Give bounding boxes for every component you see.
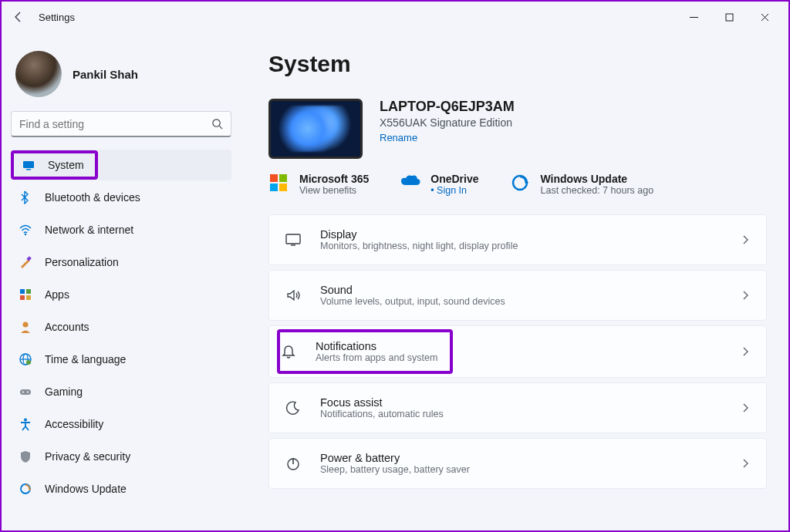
svg-rect-26 xyxy=(279,184,287,191)
card-subtitle: Alerts from apps and system xyxy=(316,352,437,363)
avatar xyxy=(15,51,62,97)
sidebar-item-label: Privacy & security xyxy=(45,450,130,463)
sidebar-item-system-highlight[interactable]: System xyxy=(11,150,98,180)
svg-point-19 xyxy=(27,392,29,393)
update-icon xyxy=(19,482,32,496)
sidebar-item-gaming[interactable]: Gaming xyxy=(11,376,231,407)
wifi-icon xyxy=(19,223,32,237)
sidebar-item-network-internet[interactable]: Network & internet xyxy=(11,214,231,245)
search-field[interactable] xyxy=(19,118,211,130)
user-account-row[interactable]: Pankil Shah xyxy=(8,39,235,103)
svg-rect-8 xyxy=(20,289,25,294)
card-title: Focus assist xyxy=(320,396,444,409)
m365-icon xyxy=(268,173,290,194)
tile-onedrive[interactable]: OneDrive Sign In xyxy=(400,173,478,196)
update-icon xyxy=(510,173,532,194)
sidebar-item-label: Personalization xyxy=(45,256,119,268)
sidebar-item-label: Network & internet xyxy=(45,224,133,236)
bell-icon xyxy=(280,343,297,360)
tile-subtitle: Last checked: 7 hours ago xyxy=(541,185,654,196)
onedrive-icon xyxy=(400,173,421,194)
chevron-right-icon xyxy=(740,402,751,413)
svg-rect-17 xyxy=(20,389,31,395)
settings-card-display[interactable]: Display Monitors, brightness, night ligh… xyxy=(268,214,767,265)
page-title: System xyxy=(268,51,767,77)
sidebar-item-label: Accessibility xyxy=(45,418,103,430)
svg-rect-9 xyxy=(26,289,31,294)
accessibility-icon xyxy=(19,417,32,431)
svg-point-12 xyxy=(23,322,29,328)
main-content: System LAPTOP-Q6EJP3AM X556UAK Signature… xyxy=(241,32,788,530)
tile-title: OneDrive xyxy=(430,173,478,185)
sidebar-item-bluetooth-devices[interactable]: Bluetooth & devices xyxy=(11,182,231,213)
card-title: Display xyxy=(320,228,518,241)
device-model: X556UAK Signature Edition xyxy=(380,116,515,129)
search-input[interactable] xyxy=(11,111,231,137)
system-icon xyxy=(22,158,35,172)
search-icon xyxy=(211,118,223,130)
nav-list: System Bluetooth & devices Network & int… xyxy=(8,148,235,506)
svg-point-20 xyxy=(24,419,27,422)
sidebar-item-accounts[interactable]: Accounts xyxy=(11,311,231,342)
minimize-button[interactable] xyxy=(676,5,711,29)
chevron-right-icon xyxy=(740,458,751,469)
sidebar-item-label: Time & language xyxy=(45,353,126,365)
rename-link[interactable]: Rename xyxy=(380,132,515,143)
close-button[interactable] xyxy=(747,5,782,29)
globe-icon xyxy=(19,352,32,366)
tile-subtitle[interactable]: Sign In xyxy=(430,185,478,196)
sidebar-item-label: Accounts xyxy=(45,321,89,333)
quick-tiles-row: Microsoft 365 View benefits OneDrive Sig… xyxy=(268,173,767,196)
sidebar-item-personalization[interactable]: Personalization xyxy=(11,247,231,278)
back-button[interactable] xyxy=(8,6,29,28)
sidebar-item-windows-update[interactable]: Windows Update xyxy=(11,473,231,504)
settings-card-power-battery[interactable]: Power & battery Sleep, battery usage, ba… xyxy=(268,438,767,489)
card-subtitle: Monitors, brightness, night light, displ… xyxy=(320,241,518,251)
card-title: Notifications xyxy=(316,340,437,352)
sidebar-item-privacy-security[interactable]: Privacy & security xyxy=(11,441,231,472)
tile-title: Windows Update xyxy=(541,173,654,185)
svg-line-3 xyxy=(219,126,222,129)
device-wallpaper-thumb[interactable] xyxy=(268,99,363,159)
chevron-right-icon xyxy=(740,290,751,301)
brush-icon xyxy=(19,255,32,269)
maximize-button[interactable] xyxy=(711,5,747,29)
card-subtitle: Volume levels, output, input, sound devi… xyxy=(320,296,505,307)
settings-card-sound[interactable]: Sound Volume levels, output, input, soun… xyxy=(268,270,767,321)
svg-rect-10 xyxy=(20,295,25,300)
sidebar-item-label: Gaming xyxy=(45,386,83,398)
svg-rect-23 xyxy=(270,174,278,182)
tile-microsoft-[interactable]: Microsoft 365 View benefits xyxy=(268,173,369,196)
window-title: Settings xyxy=(39,12,75,23)
window-controls xyxy=(676,5,782,29)
svg-marker-28 xyxy=(525,182,528,185)
settings-card-focus-assist[interactable]: Focus assist Notifications, automatic ru… xyxy=(268,382,767,433)
card-title: Sound xyxy=(320,284,505,296)
person-icon xyxy=(19,320,32,334)
titlebar: Settings xyxy=(2,2,788,32)
card-title: Power & battery xyxy=(320,452,470,464)
moon-icon xyxy=(285,399,302,416)
svg-rect-1 xyxy=(726,14,733,21)
display-icon xyxy=(285,231,302,248)
svg-rect-11 xyxy=(26,295,31,300)
sidebar-item-time-language[interactable]: Time & language xyxy=(11,344,231,375)
svg-rect-4 xyxy=(23,161,34,168)
svg-point-18 xyxy=(22,392,24,393)
svg-rect-24 xyxy=(279,174,287,182)
bluetooth-icon xyxy=(19,190,32,204)
sidebar-item-accessibility[interactable]: Accessibility xyxy=(11,409,231,439)
svg-rect-7 xyxy=(26,256,31,261)
sidebar-item-label: Apps xyxy=(45,288,69,301)
tile-windows-update[interactable]: Windows Update Last checked: 7 hours ago xyxy=(510,173,654,196)
svg-point-2 xyxy=(213,120,220,126)
chevron-right-icon xyxy=(740,346,751,357)
svg-point-6 xyxy=(25,234,27,236)
shield-icon xyxy=(19,450,32,463)
svg-point-16 xyxy=(26,360,31,365)
sidebar-item-apps[interactable]: Apps xyxy=(11,279,231,310)
settings-card-notifications[interactable]: Notifications Alerts from apps and syste… xyxy=(268,325,767,378)
tile-subtitle: View benefits xyxy=(299,185,369,196)
card-subtitle: Sleep, battery usage, battery saver xyxy=(320,464,470,475)
notifications-highlight: Notifications Alerts from apps and syste… xyxy=(277,329,453,374)
